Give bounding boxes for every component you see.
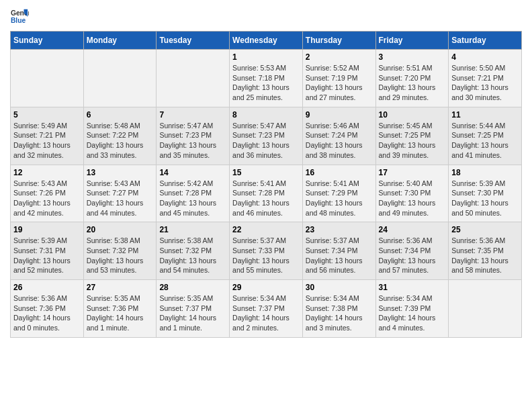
calendar-cell: 10Sunrise: 5:45 AM Sunset: 7:25 PM Dayli… [375,107,449,165]
day-info: Sunrise: 5:45 AM Sunset: 7:25 PM Dayligh… [379,121,446,161]
day-number: 12 [13,168,81,177]
calendar-week-2: 5Sunrise: 5:49 AM Sunset: 7:21 PM Daylig… [11,107,522,165]
calendar-cell: 23Sunrise: 5:37 AM Sunset: 7:34 PM Dayli… [302,222,375,280]
calendar-cell: 13Sunrise: 5:43 AM Sunset: 7:27 PM Dayli… [83,165,157,222]
calendar-table: SundayMondayTuesdayWednesdayThursdayFrid… [10,31,522,338]
col-header-wednesday: Wednesday [230,32,303,50]
day-info: Sunrise: 5:39 AM Sunset: 7:31 PM Dayligh… [13,236,81,275]
day-info: Sunrise: 5:36 AM Sunset: 7:36 PM Dayligh… [13,293,81,333]
day-number: 29 [232,283,300,292]
day-info: Sunrise: 5:42 AM Sunset: 7:28 PM Dayligh… [159,179,226,218]
day-info: Sunrise: 5:34 AM Sunset: 7:38 PM Dayligh… [306,293,373,333]
calendar-cell: 14Sunrise: 5:42 AM Sunset: 7:28 PM Dayli… [157,165,230,222]
calendar-cell: 4Sunrise: 5:50 AM Sunset: 7:21 PM Daylig… [449,50,522,107]
day-number: 24 [379,225,446,234]
day-info: Sunrise: 5:41 AM Sunset: 7:29 PM Dayligh… [306,179,373,218]
day-number: 23 [306,225,373,234]
day-info: Sunrise: 5:35 AM Sunset: 7:37 PM Dayligh… [159,293,226,333]
calendar-cell [11,50,84,107]
col-header-friday: Friday [375,32,449,50]
day-info: Sunrise: 5:52 AM Sunset: 7:19 PM Dayligh… [306,63,373,103]
day-info: Sunrise: 5:41 AM Sunset: 7:28 PM Dayligh… [232,179,300,218]
day-number: 9 [306,110,373,120]
calendar-week-4: 19Sunrise: 5:39 AM Sunset: 7:31 PM Dayli… [11,222,522,280]
calendar-cell: 18Sunrise: 5:39 AM Sunset: 7:30 PM Dayli… [449,165,522,222]
calendar-cell: 16Sunrise: 5:41 AM Sunset: 7:29 PM Dayli… [302,165,375,222]
calendar-cell: 15Sunrise: 5:41 AM Sunset: 7:28 PM Dayli… [230,165,303,222]
day-info: Sunrise: 5:43 AM Sunset: 7:26 PM Dayligh… [13,179,81,218]
day-info: Sunrise: 5:49 AM Sunset: 7:21 PM Dayligh… [13,121,81,161]
calendar-cell: 6Sunrise: 5:48 AM Sunset: 7:22 PM Daylig… [83,107,157,165]
day-number: 13 [87,168,154,177]
calendar-cell: 29Sunrise: 5:34 AM Sunset: 7:37 PM Dayli… [230,280,303,338]
calendar-cell: 1Sunrise: 5:53 AM Sunset: 7:18 PM Daylig… [230,50,303,107]
day-number: 3 [379,52,446,62]
col-header-tuesday: Tuesday [157,32,230,50]
day-number: 2 [306,52,373,62]
day-info: Sunrise: 5:35 AM Sunset: 7:36 PM Dayligh… [87,293,154,333]
day-info: Sunrise: 5:43 AM Sunset: 7:27 PM Dayligh… [87,179,154,218]
day-info: Sunrise: 5:40 AM Sunset: 7:30 PM Dayligh… [379,179,446,218]
day-number: 30 [306,283,373,292]
day-info: Sunrise: 5:47 AM Sunset: 7:23 PM Dayligh… [232,121,300,161]
day-number: 1 [232,52,300,62]
calendar-cell: 7Sunrise: 5:47 AM Sunset: 7:23 PM Daylig… [157,107,230,165]
calendar-cell: 31Sunrise: 5:34 AM Sunset: 7:39 PM Dayli… [375,280,449,338]
day-number: 27 [87,283,154,292]
calendar-cell: 24Sunrise: 5:36 AM Sunset: 7:34 PM Dayli… [375,222,449,280]
day-number: 19 [13,225,81,234]
day-number: 25 [451,225,519,234]
calendar-cell: 9Sunrise: 5:46 AM Sunset: 7:24 PM Daylig… [302,107,375,165]
day-number: 10 [379,110,446,120]
calendar-week-5: 26Sunrise: 5:36 AM Sunset: 7:36 PM Dayli… [11,280,522,338]
day-number: 22 [232,225,300,234]
day-info: Sunrise: 5:34 AM Sunset: 7:39 PM Dayligh… [379,293,446,333]
day-info: Sunrise: 5:37 AM Sunset: 7:34 PM Dayligh… [306,236,373,275]
logo-icon: General Blue [10,7,29,26]
day-number: 31 [379,283,446,292]
calendar-cell: 27Sunrise: 5:35 AM Sunset: 7:36 PM Dayli… [83,280,157,338]
calendar-cell: 2Sunrise: 5:52 AM Sunset: 7:19 PM Daylig… [302,50,375,107]
day-info: Sunrise: 5:44 AM Sunset: 7:25 PM Dayligh… [451,121,519,161]
calendar-cell [157,50,230,107]
day-info: Sunrise: 5:36 AM Sunset: 7:34 PM Dayligh… [379,236,446,275]
calendar-cell: 17Sunrise: 5:40 AM Sunset: 7:30 PM Dayli… [375,165,449,222]
day-number: 15 [232,168,300,177]
calendar-cell: 11Sunrise: 5:44 AM Sunset: 7:25 PM Dayli… [449,107,522,165]
calendar-cell: 5Sunrise: 5:49 AM Sunset: 7:21 PM Daylig… [11,107,84,165]
page-header: General Blue [10,7,522,26]
day-number: 5 [13,110,81,120]
day-info: Sunrise: 5:36 AM Sunset: 7:35 PM Dayligh… [451,236,519,275]
day-info: Sunrise: 5:46 AM Sunset: 7:24 PM Dayligh… [306,121,373,161]
col-header-sunday: Sunday [11,32,84,50]
svg-text:Blue: Blue [11,17,26,24]
day-number: 16 [306,168,373,177]
header-row: SundayMondayTuesdayWednesdayThursdayFrid… [11,32,522,50]
day-number: 4 [451,52,519,62]
day-info: Sunrise: 5:51 AM Sunset: 7:20 PM Dayligh… [379,63,446,103]
calendar-cell [83,50,157,107]
day-info: Sunrise: 5:47 AM Sunset: 7:23 PM Dayligh… [159,121,226,161]
calendar-cell [449,280,522,338]
day-info: Sunrise: 5:48 AM Sunset: 7:22 PM Dayligh… [87,121,154,161]
day-number: 8 [232,110,300,120]
day-info: Sunrise: 5:53 AM Sunset: 7:18 PM Dayligh… [232,63,300,103]
day-number: 7 [159,110,226,120]
calendar-cell: 25Sunrise: 5:36 AM Sunset: 7:35 PM Dayli… [449,222,522,280]
calendar-cell: 3Sunrise: 5:51 AM Sunset: 7:20 PM Daylig… [375,50,449,107]
day-number: 20 [87,225,154,234]
calendar-cell: 28Sunrise: 5:35 AM Sunset: 7:37 PM Dayli… [157,280,230,338]
day-info: Sunrise: 5:39 AM Sunset: 7:30 PM Dayligh… [451,179,519,218]
calendar-cell: 12Sunrise: 5:43 AM Sunset: 7:26 PM Dayli… [11,165,84,222]
day-info: Sunrise: 5:37 AM Sunset: 7:33 PM Dayligh… [232,236,300,275]
calendar-cell: 20Sunrise: 5:38 AM Sunset: 7:32 PM Dayli… [83,222,157,280]
day-number: 26 [13,283,81,292]
calendar-week-3: 12Sunrise: 5:43 AM Sunset: 7:26 PM Dayli… [11,165,522,222]
day-number: 28 [159,283,226,292]
day-info: Sunrise: 5:34 AM Sunset: 7:37 PM Dayligh… [232,293,300,333]
calendar-cell: 8Sunrise: 5:47 AM Sunset: 7:23 PM Daylig… [230,107,303,165]
calendar-cell: 21Sunrise: 5:38 AM Sunset: 7:32 PM Dayli… [157,222,230,280]
calendar-cell: 22Sunrise: 5:37 AM Sunset: 7:33 PM Dayli… [230,222,303,280]
day-info: Sunrise: 5:38 AM Sunset: 7:32 PM Dayligh… [87,236,154,275]
day-info: Sunrise: 5:50 AM Sunset: 7:21 PM Dayligh… [451,63,519,103]
